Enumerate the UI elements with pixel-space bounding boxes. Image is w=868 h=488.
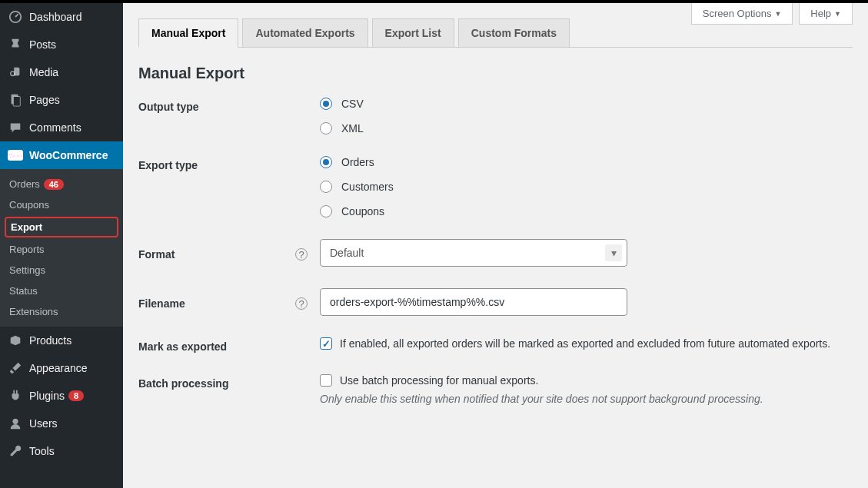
radio-icon (320, 205, 332, 217)
sidebar-item-posts[interactable]: Posts (0, 31, 123, 58)
radio-option-coupons[interactable]: Coupons (320, 205, 853, 217)
sidebar-item-dashboard[interactable]: Dashboard (0, 3, 123, 31)
radio-option-orders[interactable]: Orders (320, 156, 853, 168)
brush-icon (8, 360, 23, 376)
radio-label: Coupons (341, 205, 384, 217)
radio-icon (320, 156, 332, 168)
checkbox-icon (320, 337, 332, 350)
sidebar-item-plugins[interactable]: Plugins 8 (0, 382, 123, 410)
chevron-down-icon: ▾ (605, 244, 622, 261)
sidebar-item-tools[interactable]: Tools (0, 437, 123, 465)
sidebar-item-media[interactable]: Media (0, 58, 123, 86)
radio-icon (320, 122, 332, 134)
sidebar-item-label: Products (29, 334, 72, 347)
media-icon (8, 65, 23, 80)
sidebar-item-products[interactable]: Products (0, 327, 123, 354)
label-batch-processing: Batch processing (138, 374, 320, 390)
help-button[interactable]: Help▼ (799, 3, 853, 25)
screen-meta: Screen Options▼ Help▼ (691, 3, 853, 25)
mark-exported-checkbox-row[interactable]: If enabled, all exported orders will be … (320, 337, 853, 350)
sidebar-item-label: Tools (29, 445, 55, 457)
admin-sidebar: Dashboard Posts Media Pages Comments Woo… (0, 3, 123, 488)
svg-rect-4 (13, 97, 20, 107)
label-output-type: Output type (138, 98, 320, 113)
row-format: Format ? Default ▾ (138, 239, 853, 267)
sidebar-item-appearance[interactable]: Appearance (0, 354, 123, 382)
orders-badge: 46 (44, 179, 64, 190)
sidebar-item-label: Media (29, 66, 58, 78)
row-filename: Filename ? (138, 288, 853, 316)
filename-input[interactable] (320, 288, 627, 316)
wrench-icon (8, 443, 23, 459)
submenu-label: Orders (9, 178, 40, 190)
label-mark-exported: Mark as exported (138, 337, 320, 353)
sidebar-item-users[interactable]: Users (0, 410, 123, 437)
checkbox-desc: If enabled, all exported orders will be … (340, 337, 830, 350)
checkbox-desc: Use batch processing for manual exports. (340, 374, 538, 387)
row-batch-processing: Batch processing Use batch processing fo… (138, 374, 853, 405)
tab-automated-exports[interactable]: Automated Exports (242, 18, 367, 47)
radio-label: Orders (341, 156, 374, 168)
tab-custom-formats[interactable]: Custom Formats (458, 18, 570, 47)
label-format: Format ? (138, 245, 320, 261)
sidebar-item-label: Pages (29, 94, 60, 106)
submenu-item-settings[interactable]: Settings (0, 260, 123, 281)
radio-icon (320, 181, 332, 193)
pages-icon (8, 92, 23, 108)
sidebar-item-label: Plugins (29, 390, 65, 402)
svg-point-5 (12, 419, 18, 424)
radio-option-customers[interactable]: Customers (320, 181, 853, 193)
radio-label: CSV (341, 98, 364, 110)
pin-icon (8, 37, 23, 52)
sidebar-item-label: Dashboard (29, 11, 82, 23)
dashboard-icon (8, 9, 23, 25)
radio-option-xml[interactable]: XML (320, 122, 853, 134)
select-value: Default (330, 247, 364, 259)
products-icon (8, 333, 23, 348)
sidebar-item-comments[interactable]: Comments (0, 114, 123, 141)
content-area: Screen Options▼ Help▼ Manual Export Auto… (123, 3, 868, 488)
format-select[interactable]: Default ▾ (320, 239, 627, 267)
radio-option-csv[interactable]: CSV (320, 98, 853, 110)
label-text: Format (138, 248, 175, 261)
submenu-label: Export (11, 221, 42, 233)
plugins-badge: 8 (68, 390, 84, 401)
sidebar-item-pages[interactable]: Pages (0, 86, 123, 114)
user-icon (8, 416, 23, 431)
svg-line-1 (15, 14, 18, 17)
submenu-label: Settings (9, 264, 45, 276)
sidebar-item-woocommerce[interactable]: Woo WooCommerce (0, 141, 123, 169)
batch-note: Only enable this setting when notified t… (320, 393, 853, 405)
screen-options-button[interactable]: Screen Options▼ (691, 3, 793, 25)
woocommerce-submenu: Orders 46 Coupons Export Reports Setting… (0, 169, 123, 327)
tab-manual-export[interactable]: Manual Export (138, 18, 238, 48)
submenu-item-orders[interactable]: Orders 46 (0, 174, 123, 194)
submenu-item-extensions[interactable]: Extensions (0, 301, 123, 322)
radio-label: XML (341, 122, 364, 134)
batch-checkbox-row[interactable]: Use batch processing for manual exports. (320, 374, 853, 387)
sidebar-item-label: Comments (29, 121, 81, 134)
tab-export-list[interactable]: Export List (372, 18, 454, 47)
plugin-icon (8, 388, 23, 403)
row-output-type: Output type CSV XML (138, 98, 853, 134)
submenu-item-reports[interactable]: Reports (0, 239, 123, 260)
label-export-type: Export type (138, 156, 320, 171)
help-tooltip-icon[interactable]: ? (295, 248, 308, 261)
row-export-type: Export type Orders Customers Coupons (138, 156, 853, 217)
submenu-item-coupons[interactable]: Coupons (0, 194, 123, 215)
sidebar-item-label: Posts (29, 38, 56, 51)
chevron-down-icon: ▼ (834, 10, 841, 18)
help-label: Help (810, 8, 831, 19)
woocommerce-icon: Woo (8, 148, 23, 163)
radio-label: Customers (341, 181, 394, 193)
submenu-item-status[interactable]: Status (0, 281, 123, 301)
sidebar-item-label: Appearance (29, 362, 88, 374)
sidebar-item-label: WooCommerce (29, 149, 108, 161)
help-tooltip-icon[interactable]: ? (295, 297, 308, 310)
sidebar-item-label: Users (29, 417, 58, 430)
row-mark-exported: Mark as exported If enabled, all exporte… (138, 337, 853, 353)
submenu-label: Extensions (9, 306, 58, 317)
label-filename: Filename ? (138, 294, 320, 310)
submenu-label: Reports (9, 244, 45, 255)
submenu-item-export[interactable]: Export (5, 217, 118, 237)
